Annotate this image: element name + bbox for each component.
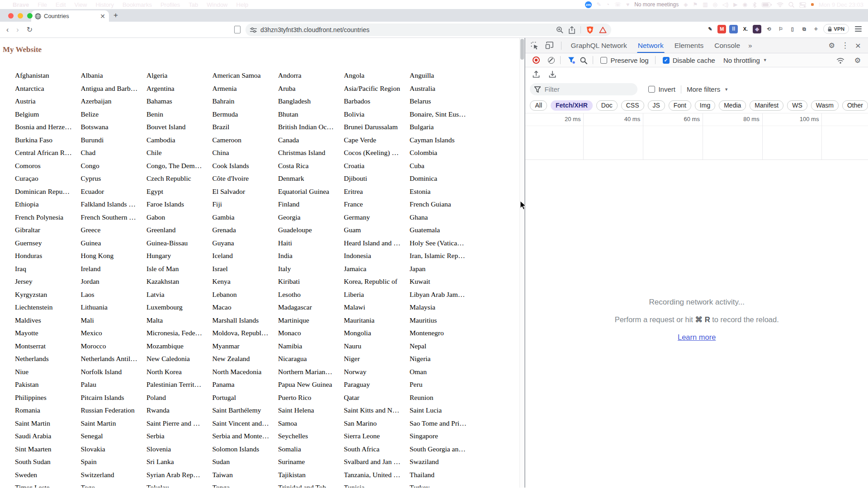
page-scrollbar[interactable] bbox=[519, 38, 525, 488]
country-item[interactable]: Saint Lucia bbox=[410, 404, 476, 417]
learn-more-link[interactable]: Learn more bbox=[678, 333, 716, 341]
country-item[interactable]: Sri Lanka bbox=[146, 455, 212, 469]
disable-cache-checkbox[interactable]: ✓ bbox=[663, 57, 670, 64]
country-item[interactable]: Bhutan bbox=[278, 108, 344, 121]
url-text[interactable]: d3hzn3tyfnt3th.cloudfront.net/countries bbox=[260, 26, 556, 33]
menubar-clock[interactable]: Mon 9 Dec 23:03 bbox=[819, 1, 863, 8]
pencil-extension-icon[interactable]: ✎ bbox=[706, 25, 714, 33]
country-item[interactable]: Ireland bbox=[81, 263, 147, 276]
country-item[interactable]: Syrian Arab Rep… bbox=[146, 469, 212, 482]
country-item[interactable]: Korea, Republic of bbox=[344, 275, 410, 288]
preserve-log-checkbox[interactable] bbox=[600, 57, 607, 64]
country-item[interactable]: South Sudan bbox=[15, 455, 81, 469]
country-item[interactable]: Singapore bbox=[410, 430, 476, 443]
new-tab-button[interactable]: + bbox=[113, 11, 118, 20]
country-item[interactable]: Comoros bbox=[15, 160, 81, 173]
country-item[interactable]: Holy See (Vatica… bbox=[410, 237, 476, 250]
country-item[interactable]: Marshall Islands bbox=[212, 314, 278, 327]
country-item[interactable]: Maldives bbox=[15, 314, 81, 327]
country-item[interactable]: Saint Barthélemy bbox=[212, 404, 278, 417]
country-item[interactable]: Bahamas bbox=[146, 95, 212, 108]
tab-close-icon[interactable]: ✕ bbox=[100, 13, 105, 20]
filter-chip-fetch-xhr[interactable]: Fetch/XHR bbox=[551, 100, 593, 111]
country-item[interactable]: Burkina Faso bbox=[15, 134, 81, 147]
heart-icon[interactable]: ♥ bbox=[626, 0, 629, 9]
country-item[interactable]: France bbox=[344, 198, 410, 211]
country-item[interactable]: Norway bbox=[344, 366, 410, 379]
country-item[interactable]: Brazil bbox=[212, 121, 278, 134]
menubar-item-bookmarks[interactable]: Bookmarks bbox=[123, 1, 152, 8]
country-item[interactable]: Croatia bbox=[344, 160, 410, 173]
country-item[interactable]: Dominican Repu… bbox=[15, 185, 81, 198]
country-item[interactable]: Austria bbox=[15, 95, 81, 108]
country-item[interactable]: French Polynesia bbox=[15, 211, 81, 224]
country-item[interactable]: Turkey bbox=[410, 481, 476, 488]
country-item[interactable]: Mauritania bbox=[344, 314, 410, 327]
country-item[interactable]: Nepal bbox=[410, 340, 476, 353]
network-settings-icon[interactable]: ⚙ bbox=[854, 56, 861, 65]
country-item[interactable]: Eritrea bbox=[344, 185, 410, 198]
network-conditions-icon[interactable] bbox=[836, 56, 844, 64]
sparkle-extension-icon[interactable]: ✧ bbox=[811, 25, 820, 33]
bluetooth-icon[interactable] bbox=[752, 0, 757, 9]
country-item[interactable]: Lithuania bbox=[81, 301, 147, 314]
country-item[interactable]: Romania bbox=[15, 404, 81, 417]
devtools-tab-console[interactable]: Console bbox=[709, 38, 745, 53]
stop-recording-button[interactable] bbox=[533, 56, 540, 64]
country-item[interactable]: Montenegro bbox=[410, 327, 476, 340]
country-item[interactable]: Egypt bbox=[146, 185, 212, 198]
country-item[interactable]: Oman bbox=[410, 366, 476, 379]
country-item[interactable]: Northern Marian… bbox=[278, 366, 344, 379]
country-item[interactable]: Senegal bbox=[81, 430, 147, 443]
country-item[interactable]: Saudi Arabia bbox=[15, 430, 81, 443]
country-item[interactable]: Cambodia bbox=[146, 134, 212, 147]
country-item[interactable]: Thailand bbox=[410, 469, 476, 482]
country-item[interactable]: Cayman Islands bbox=[410, 134, 476, 147]
sidebar-extension-icon[interactable]: ▯ bbox=[788, 25, 797, 33]
menubar-item-help[interactable]: Help bbox=[236, 1, 249, 8]
country-item[interactable]: Burundi bbox=[81, 134, 147, 147]
country-item[interactable]: Sweden bbox=[15, 469, 81, 482]
country-item[interactable]: Central African R… bbox=[15, 146, 81, 160]
purple-extension-icon[interactable]: ◆ bbox=[753, 25, 761, 33]
country-item[interactable]: Nauru bbox=[344, 340, 410, 353]
country-item[interactable]: Tunisia bbox=[344, 481, 410, 488]
country-item[interactable]: Monaco bbox=[278, 327, 344, 340]
country-item[interactable]: Botswana bbox=[81, 121, 147, 134]
menubar-item-profiles[interactable]: Profiles bbox=[160, 1, 180, 8]
country-item[interactable]: Guatemala bbox=[410, 224, 476, 237]
browser-menu-button[interactable] bbox=[855, 26, 862, 32]
country-item[interactable]: Laos bbox=[81, 288, 147, 301]
lasso-extension-icon[interactable]: ⟲ bbox=[764, 25, 773, 33]
country-item[interactable]: Micronesia, Fede… bbox=[146, 327, 212, 340]
country-item[interactable]: Spain bbox=[81, 455, 147, 469]
country-item[interactable]: Lebanon bbox=[212, 288, 278, 301]
filter-chip-media[interactable]: Media bbox=[719, 100, 746, 111]
country-item[interactable]: El Salvador bbox=[212, 185, 278, 198]
country-item[interactable]: Cameroon bbox=[212, 134, 278, 147]
country-item[interactable]: Hungary bbox=[146, 249, 212, 263]
address-bar[interactable]: d3hzn3tyfnt3th.cloudfront.net/countries bbox=[245, 23, 611, 36]
country-item[interactable]: Tajikistan bbox=[278, 469, 344, 482]
country-item[interactable]: Lesotho bbox=[278, 288, 344, 301]
country-item[interactable]: Niue bbox=[15, 366, 81, 379]
country-item[interactable]: Bermuda bbox=[212, 108, 278, 121]
menubar-item-brave[interactable]: Brave bbox=[13, 1, 29, 8]
country-item[interactable]: North Korea bbox=[146, 366, 212, 379]
brave-rewards-icon[interactable] bbox=[599, 27, 607, 33]
country-item[interactable]: Netherlands bbox=[15, 352, 81, 366]
country-item[interactable]: Peru bbox=[410, 378, 476, 391]
spotlight-search-icon[interactable] bbox=[788, 0, 794, 9]
country-item[interactable]: China bbox=[212, 146, 278, 160]
country-item[interactable]: Saint Helena bbox=[278, 404, 344, 417]
country-item[interactable]: Guinea-Bissau bbox=[146, 237, 212, 250]
volume-icon[interactable]: ◁) bbox=[722, 0, 728, 9]
country-item[interactable]: Sint Maarten bbox=[15, 443, 81, 456]
flag-icon[interactable]: ⚑ bbox=[693, 0, 698, 9]
country-item[interactable]: Pitcairn Islands bbox=[81, 391, 147, 404]
country-item[interactable]: North Macedonia bbox=[212, 366, 278, 379]
country-item[interactable]: Iran, Islamic Rep… bbox=[410, 249, 476, 263]
country-item[interactable]: Togo bbox=[81, 481, 147, 488]
record-icon[interactable]: ◎ bbox=[713, 0, 717, 9]
country-item[interactable]: Ethiopia bbox=[15, 198, 81, 211]
